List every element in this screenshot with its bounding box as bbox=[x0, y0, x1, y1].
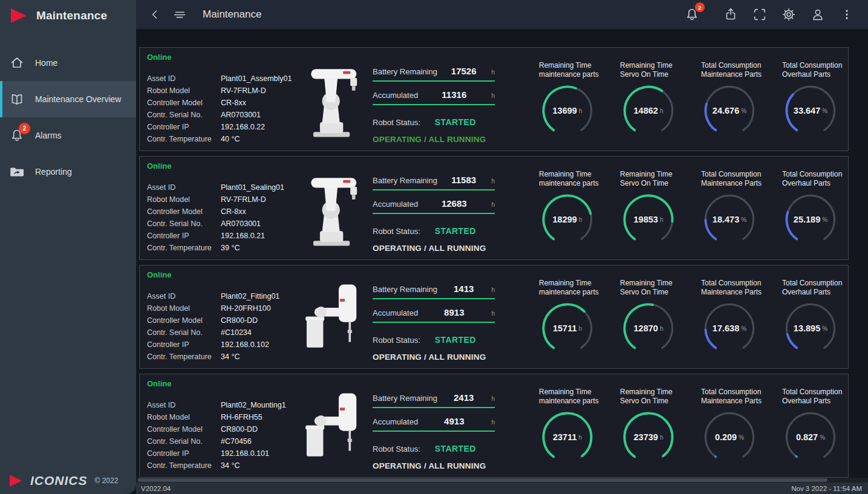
spec-value: 192.168.0.102 bbox=[221, 340, 269, 349]
accumulated-unit: h bbox=[491, 93, 495, 99]
battery-remaining-bar bbox=[373, 189, 495, 190]
spec-label: Asset ID bbox=[147, 292, 221, 301]
accumulated-bar bbox=[373, 431, 495, 432]
spec-label: Controller Model bbox=[147, 207, 221, 216]
sidebar-item-maintenance-overview[interactable]: Maintenance Overview bbox=[0, 81, 136, 117]
gauge: Total ConsumptionMaintenance Parts18.473… bbox=[694, 170, 765, 247]
spec-table: Asset IDPlant01_Sealing01Robot ModelRV-7… bbox=[147, 181, 298, 254]
operating-status: OPERATING / ALL RUNNING bbox=[373, 135, 495, 144]
gauge: Remaining Timemaintenance parts13699h bbox=[532, 61, 603, 138]
notifications-badge: 2 bbox=[695, 2, 705, 12]
accumulated-unit: h bbox=[491, 201, 495, 208]
spec-row: Asset IDPlant01_Sealing01 bbox=[147, 181, 298, 193]
gauge-label: Total ConsumptionMaintenance Parts bbox=[694, 170, 765, 189]
robot-card: Online Asset IDPlant01_Sealing01Robot Mo… bbox=[139, 156, 849, 260]
battery-remaining-value: 1413 bbox=[454, 284, 474, 294]
robot-status-label: Robot Status: bbox=[373, 444, 420, 453]
gauge-row: Remaining Timemaintenance parts15711hRem… bbox=[532, 279, 846, 356]
spec-row: Controller ModelCR-8xx bbox=[147, 97, 298, 109]
settings-button[interactable] bbox=[780, 5, 798, 24]
spec-row: Contr. Serial No.AR0703001 bbox=[147, 109, 298, 121]
spec-row: Robot ModelRH-20FRH100 bbox=[147, 302, 298, 314]
spec-value: CR-8xx bbox=[221, 207, 246, 216]
accumulated-value: 11316 bbox=[442, 89, 466, 100]
more-options-button[interactable] bbox=[838, 5, 856, 24]
accumulated-bar bbox=[373, 213, 495, 214]
scrollbar-thumb[interactable] bbox=[138, 478, 827, 482]
sidebar-item-home[interactable]: Home bbox=[0, 45, 136, 81]
gauge-label: Remaining Timemaintenance parts bbox=[532, 61, 603, 80]
spec-label: Contr. Temperature bbox=[147, 353, 221, 361]
gauge: Total ConsumptionOverhaul Parts33.647% bbox=[775, 61, 846, 138]
gauge-dial: 23711h bbox=[540, 409, 595, 465]
back-button[interactable] bbox=[146, 5, 164, 24]
spec-table: Asset IDPlant02_Fitting01Robot ModelRH-2… bbox=[147, 290, 298, 363]
robot-card: Online Asset IDPlant02_Mounting1Robot Mo… bbox=[139, 374, 849, 478]
battery-remaining-bar bbox=[373, 298, 495, 299]
battery-panel: Battery Remaining 1413h Accumulated 8913… bbox=[373, 284, 495, 362]
battery-remaining-unit: h bbox=[491, 69, 495, 76]
gauge-dial: 24.676% bbox=[702, 83, 757, 138]
gauge-dial: 23739h bbox=[621, 409, 676, 465]
spec-row: Contr. Serial No.AR0703001 bbox=[147, 218, 298, 230]
gauge-dial: 17.638% bbox=[702, 301, 757, 356]
notifications-button[interactable]: 2 bbox=[683, 5, 701, 24]
spec-label: Controller IP bbox=[147, 232, 221, 240]
kebab-menu-icon bbox=[839, 7, 855, 22]
datetime-label: Nov 3 2022 - 11:54 AM bbox=[791, 485, 862, 492]
horizontal-scrollbar[interactable] bbox=[136, 478, 868, 483]
sidebar-item-reporting[interactable]: Reporting bbox=[0, 154, 136, 190]
accumulated-value: 4913 bbox=[444, 416, 464, 426]
menu-icon[interactable] bbox=[170, 5, 188, 24]
gauge: Total ConsumptionOverhaul Parts0.827% bbox=[775, 388, 846, 465]
fullscreen-button[interactable] bbox=[751, 5, 769, 24]
spec-value: Plant02_Mounting1 bbox=[221, 401, 286, 409]
gauge: Remaining TimeServo On Time23739h bbox=[613, 388, 684, 465]
battery-panel: Battery Remaining 2413h Accumulated 4913… bbox=[373, 392, 495, 470]
spec-label: Contr. Serial No. bbox=[147, 437, 221, 446]
sidebar-header: Maintenance bbox=[0, 0, 136, 31]
spec-label: Controller Model bbox=[147, 316, 221, 325]
spec-row: Contr. Serial No.#C70456 bbox=[147, 435, 298, 447]
spec-label: Controller IP bbox=[147, 449, 221, 458]
spec-label: Controller IP bbox=[147, 123, 221, 131]
user-button[interactable] bbox=[809, 5, 827, 24]
robot-status-label: Robot Status: bbox=[373, 227, 420, 236]
spec-value: AR0703001 bbox=[221, 111, 261, 119]
app-title: Maintenance bbox=[36, 9, 107, 22]
battery-remaining-bar bbox=[373, 407, 495, 408]
spec-row: Controller IP192.168.0.101 bbox=[147, 447, 298, 460]
spec-row: Contr. Temperature39 °C bbox=[147, 242, 298, 254]
robot-status-label: Robot Status: bbox=[373, 118, 420, 127]
home-icon bbox=[9, 55, 25, 71]
gauge: Remaining TimeServo On Time14862h bbox=[613, 61, 684, 138]
spec-value: 40 °C bbox=[221, 135, 240, 143]
spec-row: Contr. Temperature40 °C bbox=[147, 133, 298, 145]
gauge: Total ConsumptionOverhaul Parts25.189% bbox=[775, 170, 846, 247]
spec-row: Controller IP192.168.0.21 bbox=[147, 230, 298, 242]
spec-label: Robot Model bbox=[147, 413, 221, 421]
battery-remaining-label: Battery Remaining bbox=[373, 285, 437, 294]
gauge-label: Total ConsumptionOverhaul Parts bbox=[775, 279, 846, 298]
robot-card: Online Asset IDPlant02_Fitting01Robot Mo… bbox=[139, 265, 849, 369]
sidebar-item-alarms[interactable]: 2 Alarms bbox=[0, 117, 136, 154]
spec-label: Asset ID bbox=[147, 183, 221, 192]
sidebar-item-label: Maintenance Overview bbox=[35, 94, 121, 104]
spec-row: Contr. Temperature34 °C bbox=[147, 460, 298, 472]
gauge-dial: 0.827% bbox=[783, 409, 838, 465]
share-button[interactable] bbox=[722, 5, 740, 24]
spec-label: Contr. Serial No. bbox=[147, 328, 221, 337]
spec-value: Plant02_Fitting01 bbox=[221, 292, 279, 301]
gauge-label: Total ConsumptionOverhaul Parts bbox=[775, 61, 846, 80]
brand-logo-icon bbox=[10, 7, 28, 24]
battery-panel: Battery Remaining 11583h Accumulated 126… bbox=[373, 175, 495, 253]
spec-label: Contr. Temperature bbox=[147, 244, 221, 252]
gauge-dial: 19853h bbox=[621, 192, 676, 247]
person-icon bbox=[810, 7, 826, 22]
share-icon bbox=[723, 7, 739, 22]
gauge-label: Remaining Timemaintenance parts bbox=[532, 170, 603, 189]
fullscreen-icon bbox=[752, 7, 768, 22]
spec-row: Robot ModelRV-7FRLM-D bbox=[147, 193, 298, 206]
gauge-label: Remaining Timemaintenance parts bbox=[532, 388, 603, 407]
spec-label: Asset ID bbox=[147, 401, 221, 409]
